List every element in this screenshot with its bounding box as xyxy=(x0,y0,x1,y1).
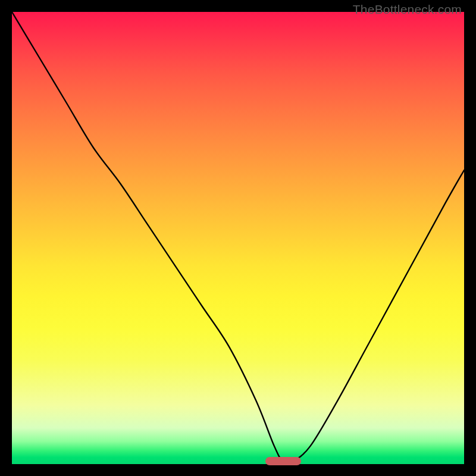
minimum-marker xyxy=(265,457,302,465)
chart-gradient-area xyxy=(12,12,464,464)
watermark-text: TheBottleneck.com xyxy=(353,2,462,17)
